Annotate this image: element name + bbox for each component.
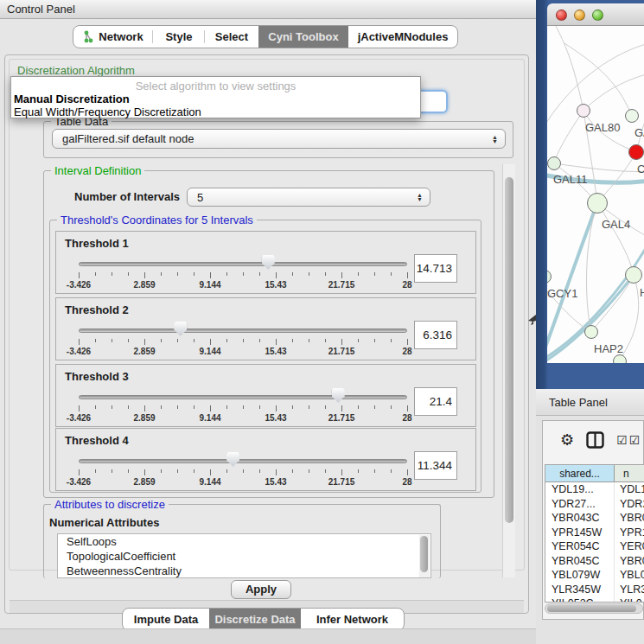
discretization-algorithm-group-title: Discretization Algorithm xyxy=(17,64,135,77)
tab-impute-data[interactable]: Impute Data xyxy=(123,609,209,630)
table-cell-name[interactable]: YBR0 xyxy=(615,511,644,526)
table-row[interactable]: YDR27...YDR2 xyxy=(545,497,644,512)
threshold-value-field[interactable]: 6.316 xyxy=(414,321,457,349)
slider-tick xyxy=(292,339,293,342)
slider-tick-label: 15.43 xyxy=(252,347,300,356)
tab-select[interactable]: Select xyxy=(205,26,258,48)
attribute-list-item[interactable]: SelfLoops xyxy=(58,534,430,549)
attribute-list-item[interactable]: TopologicalCoefficient xyxy=(58,549,430,564)
slider-tick xyxy=(95,272,96,276)
table-cell-name[interactable]: YLR3 xyxy=(615,583,644,597)
slider-tick xyxy=(325,339,326,342)
threshold-slider-thumb[interactable] xyxy=(226,452,239,467)
network-node-c[interactable] xyxy=(628,144,644,160)
threshold-slider-thumb[interactable] xyxy=(174,322,187,336)
tab-label: Network xyxy=(99,30,143,43)
threshold-value-field[interactable]: 11.344 xyxy=(414,451,457,480)
network-node[interactable] xyxy=(613,354,627,363)
control-panel-titlebar: Control Panel xyxy=(0,0,536,19)
table-cell-shared-name[interactable]: YIL052C xyxy=(545,596,615,603)
algorithm-option-equal-width[interactable]: Equal Width/Frequency Discretization xyxy=(14,105,201,118)
threshold-slider-track[interactable] xyxy=(79,395,407,399)
table-horizontal-scrollbar[interactable] xyxy=(545,603,643,614)
table-row[interactable]: YIL052CYIL0 xyxy=(545,596,644,603)
table-header-name[interactable]: n xyxy=(615,465,644,481)
network-node-gal80[interactable] xyxy=(577,104,590,118)
table-data-combobox[interactable]: galFiltered.sif default node ▲▼ xyxy=(52,129,506,149)
minimize-traffic-light-icon[interactable] xyxy=(574,10,585,21)
threshold-slider-thumb[interactable] xyxy=(262,255,275,270)
table-cell-shared-name[interactable]: YBR045C xyxy=(545,554,615,569)
columns-icon[interactable] xyxy=(586,431,604,449)
slider-tick-label: 2.859 xyxy=(120,280,169,290)
number-of-intervals-combobox[interactable]: 5 ▲▼ xyxy=(187,188,430,207)
table-cell-name[interactable]: YDR2 xyxy=(615,497,644,512)
network-node-ga[interactable] xyxy=(625,109,639,123)
slider-tick xyxy=(95,405,96,409)
numerical-attributes-list[interactable]: SelfLoopsTopologicalCoefficientBetweenne… xyxy=(57,533,431,578)
zoom-traffic-light-icon[interactable] xyxy=(592,10,603,21)
tab-discretize-data[interactable]: Discretize Data xyxy=(209,609,301,630)
settings-vertical-scrollbar[interactable] xyxy=(502,164,515,577)
threshold-slider-thumb[interactable] xyxy=(332,388,345,403)
attribute-list-item[interactable]: BetweennessCentrality xyxy=(58,564,430,578)
algorithm-combobox-focused-fragment[interactable] xyxy=(418,90,448,113)
close-traffic-light-icon[interactable] xyxy=(556,10,567,21)
numerical-attributes-label: Numerical Attributes xyxy=(49,516,159,529)
table-cell-shared-name[interactable]: YLR345W xyxy=(545,583,615,597)
attributes-list-scrollbar[interactable] xyxy=(419,535,430,578)
slider-tick xyxy=(194,405,194,409)
tab-infer-network[interactable]: Infer Network xyxy=(301,609,404,630)
table-cell-shared-name[interactable]: YPR145W xyxy=(545,526,615,540)
slider-tick-label: 2.859 xyxy=(120,347,169,356)
table-cell-name[interactable]: YDL1 xyxy=(615,482,644,497)
table-row[interactable]: YBL079WYBL0 xyxy=(545,568,644,583)
gear-icon[interactable]: ⚙ xyxy=(560,430,574,450)
table-cell-name[interactable]: YIL0 xyxy=(615,596,644,603)
network-node-hap2[interactable] xyxy=(584,325,598,339)
node-attribute-table[interactable]: shared... n YDL19...YDL1YDR27...YDR2YBR0… xyxy=(545,464,644,603)
algorithm-option-manual[interactable]: Manual Discretization xyxy=(14,92,130,105)
slider-tick xyxy=(358,469,359,473)
apply-button[interactable]: Apply xyxy=(231,580,291,599)
tab-cyni-toolbox[interactable]: Cyni Toolbox xyxy=(258,26,348,48)
table-row[interactable]: YER054CYER0 xyxy=(545,539,644,554)
threshold-slider-track[interactable] xyxy=(79,459,407,463)
slider-tick-label: -3.426 xyxy=(54,477,103,487)
network-node-label: GAL80 xyxy=(585,121,620,134)
network-node-h[interactable] xyxy=(625,266,642,284)
table-header-shared-name[interactable]: shared... xyxy=(545,465,615,481)
threshold-slider-track[interactable] xyxy=(79,328,407,333)
tab-label: jActiveMNodules xyxy=(358,30,449,43)
threshold-3-panel: Threshold 3-3.4262.8599.14415.4321.71528… xyxy=(55,364,476,427)
slider-tick-label: -3.426 xyxy=(54,413,103,423)
table-cell-shared-name[interactable]: YBR043C xyxy=(545,511,615,526)
table-row[interactable]: YDL19...YDL1 xyxy=(545,482,644,497)
slider-tick xyxy=(112,405,112,409)
tab-network[interactable]: Network xyxy=(73,26,153,48)
network-canvas[interactable]: GAL80GACGAL11GAL4HGCY1HAP2 xyxy=(547,26,644,363)
table-cell-shared-name[interactable]: YDL19... xyxy=(545,482,615,497)
table-row[interactable]: YLR345WYLR3 xyxy=(545,583,644,597)
network-node-gal4[interactable] xyxy=(587,193,608,214)
table-row[interactable]: YBR043CYBR0 xyxy=(545,511,644,526)
slider-tick xyxy=(161,339,162,342)
table-cell-name[interactable]: YER0 xyxy=(615,539,644,554)
threshold-value-field[interactable]: 21.4 xyxy=(414,387,457,416)
network-node-gal11[interactable] xyxy=(547,156,561,170)
table-cell-name[interactable]: YPR1 xyxy=(615,526,644,540)
table-cell-name[interactable]: YBL0 xyxy=(615,568,644,583)
table-row[interactable]: YPR145WYPR1 xyxy=(545,526,644,540)
network-node-label: GCY1 xyxy=(547,287,577,300)
table-cell-shared-name[interactable]: YBL079W xyxy=(545,568,615,583)
threshold-value-field[interactable]: 14.713 xyxy=(414,254,457,283)
table-row[interactable]: YBR045CYBR0 xyxy=(545,554,644,569)
table-cell-shared-name[interactable]: YER054C xyxy=(545,539,615,554)
slider-tick xyxy=(243,405,244,409)
tab-jactivemnodules[interactable]: jActiveMNodules xyxy=(348,26,457,48)
checkbox-icons[interactable]: ☑☑ xyxy=(616,433,641,447)
tab-style[interactable]: Style xyxy=(153,26,205,48)
table-cell-name[interactable]: YBR0 xyxy=(615,554,644,569)
threshold-slider-track[interactable] xyxy=(79,262,407,266)
table-cell-shared-name[interactable]: YDR27... xyxy=(545,497,615,512)
